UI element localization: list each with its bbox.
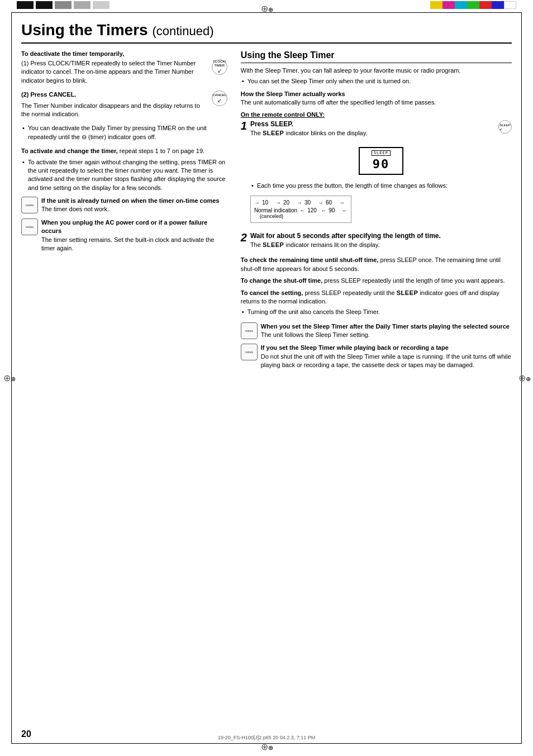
display-diagram-wrapper: SLEEP 90 — [250, 144, 512, 178]
clock-timer-icon: CLOCK/TIMER ↙ — [212, 59, 227, 75]
top-bar-left — [17, 1, 110, 9]
sleep-timer-heading: Using the Sleep Timer — [241, 50, 512, 63]
how-works-body: The unit automatically turns off after t… — [241, 98, 512, 107]
bar-white — [504, 1, 516, 9]
time-sequence-diagram: 10 20 30 60 Normal indication — [250, 196, 351, 223]
bar-green — [467, 1, 479, 9]
arrow5 — [339, 199, 345, 206]
step1-number: 1 — [241, 120, 247, 131]
note3-box: When you set the Sleep Timer after the D… — [241, 322, 512, 340]
arrow2 — [275, 199, 281, 206]
arrow7 — [321, 207, 326, 213]
sleep-intro: With the Sleep Timer, you can fall aslee… — [241, 66, 512, 75]
bar-seg-4 — [74, 1, 91, 9]
step1-sub-bullets: Each time you press the button, the leng… — [250, 182, 512, 190]
change-para: To change the shut-off time, press SLEEP… — [241, 277, 512, 285]
sleep-step2: 2 Wait for about 5 seconds after specify… — [241, 232, 512, 251]
cancel-setting-para: To cancel the setting, press SLEEP repea… — [241, 289, 512, 306]
step1-text: (1) Press CLOCK/TIMER repeatedly to sele… — [21, 59, 208, 87]
note1-box: If the unit is already turned on when th… — [21, 197, 227, 214]
deactivate-bullets: You can deactivate the Daily Timer by pr… — [21, 124, 227, 141]
sleep-step1: 1 Press SLEEP. The SLEEP indicator blink… — [241, 120, 512, 227]
cancel-bullets: Turning off the unit also cancels the Sl… — [241, 308, 512, 316]
note1-icon — [21, 197, 38, 213]
note3-icon — [241, 322, 258, 339]
on-remote-label: On the remote control ONLY: — [241, 111, 512, 118]
step2-title: Wait for about 5 seconds after specifyin… — [250, 232, 512, 240]
bar-magenta — [442, 1, 455, 9]
right-column: Using the Sleep Timer With the Sleep Tim… — [241, 50, 512, 374]
title-subtitle: (continued) — [152, 24, 213, 38]
bar-seg-2 — [36, 1, 53, 9]
note2-box: When you unplug the AC power cord or if … — [21, 218, 227, 253]
bar-yellow — [430, 1, 442, 9]
arrow1 — [254, 199, 260, 206]
page-number: 20 — [21, 729, 31, 739]
step1-title-text: Press SLEEP. The SLEEP indicator blinks … — [250, 120, 368, 140]
footer-info: 19-20_FS-H100[J]2.p65 20 04.2.3, 7:11 PM — [218, 735, 316, 740]
note1-text: If the unit is already turned on when th… — [41, 197, 227, 214]
note2-icon — [21, 218, 38, 235]
canceled-label: (canceled) — [260, 213, 348, 219]
left-column: To deactivate the timer temporarily, (1)… — [21, 50, 227, 374]
bar-seg-3 — [55, 1, 72, 9]
note4-box: If you set the Sleep Timer while playing… — [241, 344, 512, 369]
title-main: Using the Timers — [21, 21, 148, 39]
activate-bullets: To activate the timer again without chan… — [21, 158, 227, 193]
step2-text: (2) Press CANCEL. The Timer Number indic… — [21, 91, 208, 121]
step2-body: The SLEEP indicator remains lit on the d… — [250, 241, 512, 249]
bar-seg-5 — [93, 1, 110, 9]
sleep-bullets: You can set the Sleep Timer only when th… — [241, 77, 512, 85]
step2-number: 2 — [241, 232, 247, 243]
arrow8 — [342, 207, 348, 213]
how-works-heading: How the Sleep Timer actually works — [241, 91, 512, 97]
normal-indication-row: Normal indication 120 90 — [254, 207, 348, 213]
bar-blue — [492, 1, 504, 9]
sleep-display-diagram: SLEEP 90 — [359, 147, 403, 175]
note2-text: When you unplug the AC power cord or if … — [41, 218, 227, 253]
bar-cyan — [455, 1, 467, 9]
arrow6 — [299, 207, 305, 213]
page-content: Using the Timers (continued) To deactiva… — [21, 21, 512, 735]
note4-icon — [241, 344, 258, 360]
normal-ind-label: Normal indication — [254, 207, 297, 213]
cancel-icon: CANCEL ↙ — [212, 91, 227, 106]
page-title: Using the Timers (continued) — [21, 21, 512, 44]
top-bar-right — [430, 1, 516, 9]
step1-title-row: Press SLEEP. The SLEEP indicator blinks … — [250, 120, 512, 140]
reg-mark-left: ⊕ — [3, 373, 15, 384]
arrow4 — [318, 199, 323, 206]
reg-mark-top: ⊕ — [261, 3, 272, 15]
reg-mark-bottom: ⊕ — [261, 741, 272, 753]
note4-text: If you set the Sleep Timer while playing… — [261, 344, 512, 369]
activate-heading-para: To activate and change the timer, repeat… — [21, 147, 227, 155]
step1-title: Press SLEEP. — [250, 120, 368, 128]
deactivate-heading: To deactivate the timer temporarily, — [21, 50, 227, 57]
step1-content: Press SLEEP. The SLEEP indicator blinks … — [250, 120, 512, 227]
time-row-1: 10 20 30 60 — [254, 199, 348, 206]
bar-red — [479, 1, 492, 9]
bar-seg-1 — [17, 1, 34, 9]
step1-row: (1) Press CLOCK/TIMER repeatedly to sele… — [21, 59, 227, 87]
step1-body: The SLEEP indicator blinks on the displa… — [250, 129, 368, 137]
arrow3 — [297, 199, 302, 206]
step2-content: Wait for about 5 seconds after specifyin… — [250, 232, 512, 251]
sleep-remote-icon: SLEEP↙ — [498, 120, 512, 134]
step2-row: (2) Press CANCEL. The Timer Number indic… — [21, 91, 227, 121]
two-col-layout: To deactivate the timer temporarily, (1)… — [21, 50, 512, 374]
check-para: To check the remaining time until shut-o… — [241, 256, 512, 273]
reg-mark-right: ⊕ — [518, 373, 530, 384]
note3-text: When you set the Sleep Timer after the D… — [261, 322, 512, 340]
each-time-text: Each time you press the button, the leng… — [250, 182, 512, 190]
